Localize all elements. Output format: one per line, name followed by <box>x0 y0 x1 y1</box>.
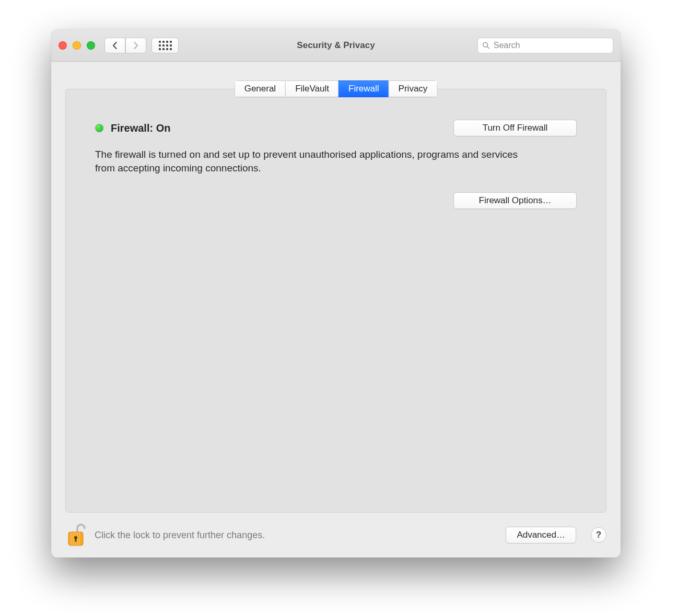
preferences-window: Security & Privacy General FileVault Fir… <box>51 29 621 558</box>
show-all-prefs-button[interactable] <box>151 38 179 53</box>
chevron-right-icon <box>133 42 139 49</box>
tab-privacy[interactable]: Privacy <box>389 80 438 97</box>
forward-button[interactable] <box>125 38 146 53</box>
titlebar: Security & Privacy <box>51 29 621 62</box>
back-button[interactable] <box>104 38 125 53</box>
tab-filevault[interactable]: FileVault <box>285 80 339 97</box>
chevron-left-icon <box>112 42 118 49</box>
search-input[interactable] <box>493 40 609 51</box>
svg-line-1 <box>487 47 488 48</box>
firewall-status-label: Firewall: On <box>111 122 170 134</box>
unlocked-lock-icon[interactable] <box>65 523 87 548</box>
lock-hint-text: Click the lock to prevent further change… <box>95 530 265 541</box>
firewall-status-row: Firewall: On Turn Off Firewall <box>95 120 577 136</box>
body: General FileVault Firewall Privacy Firew… <box>51 62 621 558</box>
advanced-button[interactable]: Advanced… <box>506 527 576 543</box>
minimize-window-button[interactable] <box>73 41 81 50</box>
footer: Click the lock to prevent further change… <box>51 513 621 558</box>
zoom-window-button[interactable] <box>87 41 95 50</box>
grid-icon <box>159 41 172 50</box>
help-button[interactable]: ? <box>591 527 606 543</box>
firewall-description: The firewall is turned on and set up to … <box>95 148 529 175</box>
firewall-options-button[interactable]: Firewall Options… <box>453 192 577 209</box>
turn-off-firewall-button[interactable]: Turn Off Firewall <box>453 120 577 136</box>
tab-general[interactable]: General <box>235 80 285 97</box>
window-controls <box>59 41 95 50</box>
search-icon <box>482 41 489 49</box>
search-field[interactable] <box>477 38 613 53</box>
tab-bar: General FileVault Firewall Privacy <box>235 80 438 97</box>
svg-rect-10 <box>75 538 77 542</box>
status-indicator-icon <box>95 124 103 132</box>
nav-back-forward <box>104 38 146 53</box>
tab-firewall[interactable]: Firewall <box>339 80 389 97</box>
firewall-panel: Firewall: On Turn Off Firewall The firew… <box>65 89 606 513</box>
close-window-button[interactable] <box>59 41 67 50</box>
